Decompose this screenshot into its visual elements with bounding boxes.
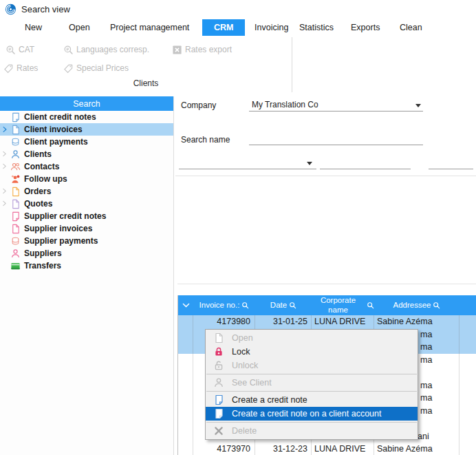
expand-chevron-icon[interactable]	[1, 162, 9, 171]
doc-icon	[10, 199, 21, 209]
menu-separator	[206, 391, 417, 392]
addressee-fragment: ani	[418, 430, 429, 443]
column-header-corporate-name[interactable]: Corporate name	[312, 295, 374, 315]
menu-separator	[206, 374, 417, 374]
lock-open-icon	[213, 360, 224, 371]
ribbon-button-rates[interactable]: Rates	[3, 62, 38, 74]
cell-date: 31-01-25	[255, 315, 312, 328]
ribbon-button-languages-corresp-[interactable]: Languages corresp.	[63, 43, 149, 56]
sidebar-item-label: Orders	[24, 187, 51, 196]
ribbon-button-special-prices[interactable]: Special Prices	[63, 62, 129, 74]
titlebar: Search view	[0, 0, 476, 18]
context-menu: OpenLockUnlockSee ClientCreate a credit …	[205, 329, 418, 440]
cell-corporate-name: LUNA DRIVE	[312, 315, 374, 328]
menu-item-create-a-credit-note-on-a-client-account[interactable]: Create a credit note on a client account	[206, 407, 418, 421]
table-row[interactable]: 417397031-12-23LUNA DRIVESabine Azéma	[178, 443, 476, 455]
menu-item-label: Open	[232, 333, 253, 343]
expand-chevron-icon	[1, 212, 9, 220]
addressee-fragment: ma	[420, 354, 432, 367]
person-icon	[10, 248, 21, 259]
ribbon-button-rates-export[interactable]: Rates export	[172, 43, 232, 56]
search-tree-header: Search	[0, 96, 173, 111]
menu-item-create-a-credit-note[interactable]: Create a credit note	[206, 393, 418, 407]
expand-chevron-icon[interactable]	[1, 150, 9, 158]
column-header-invoice-no-[interactable]: Invoice no.:	[193, 295, 255, 315]
sidebar-item-clients[interactable]: Clients	[0, 148, 173, 160]
sidebar-item-supplier-payments[interactable]: Supplier payments	[0, 235, 173, 247]
tab-invoicing[interactable]: Invoicing	[252, 19, 291, 36]
expand-chevron-icon	[1, 224, 9, 233]
sidebar-item-label: Supplier payments	[24, 236, 98, 246]
search-icon[interactable]	[433, 301, 440, 309]
window-title: Search view	[21, 4, 70, 14]
table-header-row: Invoice no.:DateCorporate nameAddressee	[178, 295, 476, 315]
sidebar-item-label: Follow ups	[24, 174, 67, 184]
expand-chevron-icon	[1, 175, 9, 183]
x-mark-icon	[213, 425, 224, 436]
sidebar-item-transfers[interactable]: Transfers	[0, 260, 173, 272]
tab-clean[interactable]: Clean	[397, 19, 425, 36]
sidebar-item-label: Client invoices	[24, 125, 83, 134]
column-header-date[interactable]: Date	[255, 295, 312, 315]
table-separator	[177, 284, 476, 284]
ribbon-button-cat[interactable]: CAT	[6, 43, 34, 56]
addressee-fragment: ma	[420, 379, 432, 392]
sidebar-item-client-invoices[interactable]: Client invoices	[0, 123, 173, 136]
coins-icon	[10, 137, 21, 147]
sidebar-item-orders[interactable]: Orders	[0, 185, 173, 198]
company-dropdown[interactable]: My Translation Co	[249, 98, 423, 112]
tab-new[interactable]: New	[22, 19, 45, 36]
chevron-down-icon[interactable]	[415, 104, 421, 107]
tab-open[interactable]: Open	[66, 19, 93, 36]
sidebar-item-follow-ups[interactable]: Follow ups	[0, 173, 173, 185]
sidebar-item-contacts[interactable]: Contacts	[0, 160, 173, 173]
addressee-fragment: ma	[420, 392, 432, 405]
extra-filter-input[interactable]	[320, 156, 411, 169]
sidebar-item-client-payments[interactable]: Client payments	[0, 136, 173, 148]
doc-icon	[10, 187, 21, 197]
search-icon[interactable]	[241, 301, 249, 309]
magnifier-lines-icon	[63, 45, 74, 55]
sidebar-item-suppliers[interactable]: Suppliers	[0, 247, 173, 260]
company-label: Company	[181, 100, 216, 110]
sidebar-item-label: Supplier credit notes	[24, 211, 106, 221]
tab-project-management[interactable]: Project management	[107, 19, 192, 36]
tag-icon	[63, 63, 74, 74]
menu-item-label: Delete	[232, 426, 257, 436]
search-name-input[interactable]	[249, 132, 423, 145]
tab-crm[interactable]: CRM	[202, 19, 245, 36]
menu-item-label: See Client	[232, 378, 272, 388]
ribbon-group-divider	[292, 37, 292, 92]
sidebar-item-supplier-invoices[interactable]: Supplier invoices	[0, 222, 173, 235]
column-header-addressee[interactable]: Addressee	[374, 295, 459, 315]
tab-statistics[interactable]: Statistics	[296, 19, 336, 36]
sidebar-item-label: Contacts	[24, 162, 59, 171]
lock-icon	[213, 346, 224, 357]
extra-filter-input[interactable]	[429, 156, 473, 169]
expand-chevron-icon[interactable]	[1, 200, 9, 208]
search-icon[interactable]	[367, 301, 374, 309]
cell-invoice-no: 4173970	[193, 443, 255, 455]
search-icon[interactable]	[289, 301, 296, 309]
addressee-fragment: ma	[420, 328, 432, 341]
doc-icon	[10, 125, 21, 135]
doc-icon	[213, 332, 224, 343]
tab-exports[interactable]: Exports	[348, 19, 382, 36]
expand-chevron-icon[interactable]	[1, 187, 9, 195]
sidebar-item-quotes[interactable]: Quotes	[0, 198, 173, 210]
chevron-down-icon[interactable]	[307, 162, 312, 165]
menu-item-lock[interactable]: Lock	[206, 345, 418, 359]
sidebar-item-supplier-credit-notes[interactable]: Supplier credit notes	[0, 210, 173, 222]
expand-chevron-icon	[1, 138, 9, 146]
sidebar-item-client-credit-notes[interactable]: Client credit notes	[0, 111, 173, 123]
doc-fold-icon	[213, 394, 224, 405]
people-icon	[10, 162, 21, 172]
extra-filter-dropdown[interactable]	[179, 156, 316, 169]
header-collapse-chevron-icon[interactable]	[178, 295, 193, 315]
table-row[interactable]: 417398031-01-25LUNA DRIVESabine Azéma	[178, 315, 476, 328]
sidebar-item-label: Supplier invoices	[24, 224, 92, 233]
cell-addressee: Sabine Azéma	[374, 315, 459, 328]
addressee-fragment: ma	[420, 341, 432, 354]
sidebar-item-label: Quotes	[24, 199, 52, 209]
excel-x-icon	[172, 45, 182, 55]
